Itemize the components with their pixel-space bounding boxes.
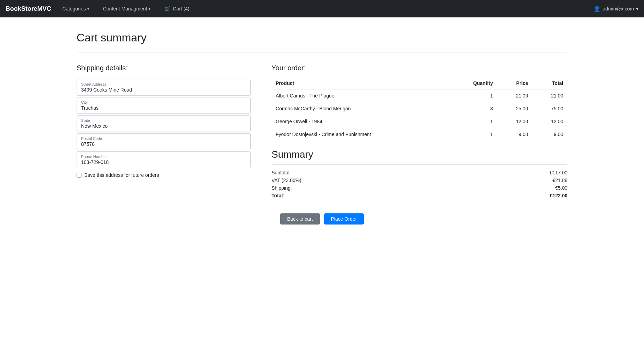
cart-label: Cart (4) — [173, 6, 189, 11]
order-table: Product Quantity Price Total Albert Camu… — [272, 78, 567, 141]
save-address-checkbox[interactable] — [77, 173, 81, 178]
total-label: Total: — [272, 193, 284, 198]
order-total-1: 75.00 — [532, 102, 567, 115]
order-total-2: 12.00 — [532, 115, 567, 128]
order-product-1: Cormac McCarthy - Blood Merigan — [272, 102, 449, 115]
order-quantity-0: 1 — [449, 89, 497, 102]
order-title: Your order: — [272, 64, 567, 72]
shipping-label: Shipping: — [272, 185, 292, 191]
cart-icon: 🛒 — [164, 6, 170, 11]
place-order-button[interactable]: Place Order — [324, 213, 364, 225]
order-total-3: 9.00 — [532, 128, 567, 141]
city-label: City — [81, 100, 246, 104]
buttons-row: Back to cart Place Order — [77, 213, 567, 225]
summary-vat-row: VAT (23.00%): €21.88 — [272, 176, 567, 184]
col-total: Total — [532, 78, 567, 89]
subtotal-value: €117.00 — [550, 170, 567, 175]
order-price-0: 21.00 — [497, 89, 532, 102]
order-price-1: 25.00 — [497, 102, 532, 115]
phone-number-value: 103-729-018 — [81, 159, 246, 165]
city-value: Truchas — [81, 105, 246, 111]
shipping-title: Shipping details: — [77, 64, 251, 72]
postal-code-field[interactable]: Postal Code 87578 — [77, 133, 251, 150]
order-table-row: Albert Camus - The Plague121.0021.00 — [272, 89, 567, 102]
save-address-label: Save this address for future orders — [84, 172, 159, 178]
user-email: admin@x.com — [603, 6, 634, 11]
summary-divider — [272, 164, 567, 165]
content-management-label: Content Managment — [103, 6, 147, 11]
page-divider — [77, 53, 567, 53]
categories-caret-icon: ▾ — [87, 7, 89, 11]
vat-value: €21.88 — [552, 178, 567, 183]
order-section: Your order: Product Quantity Price Total… — [272, 64, 567, 199]
state-field[interactable]: State New Mexico — [77, 115, 251, 132]
state-value: New Mexico — [81, 123, 246, 129]
street-address-label: Street Address — [81, 82, 246, 86]
col-price: Price — [497, 78, 532, 89]
save-address-row: Save this address for future orders — [77, 172, 251, 178]
state-label: State — [81, 118, 246, 123]
navbar-brand[interactable]: BookStoreMVC — [6, 5, 51, 13]
main-content: Cart summary Shipping details: Street Ad… — [0, 17, 644, 238]
summary-title: Summary — [272, 149, 567, 160]
order-quantity-1: 3 — [449, 102, 497, 115]
state-group: State New Mexico — [77, 115, 251, 132]
navbar-left: BookStoreMVC Categories ▾ Content Managm… — [6, 5, 192, 13]
order-table-row: Cormac McCarthy - Blood Merigan325.0075.… — [272, 102, 567, 115]
categories-label: Categories — [62, 6, 86, 11]
order-quantity-2: 1 — [449, 115, 497, 128]
phone-number-group: Phone Number 103-729-018 — [77, 151, 251, 168]
page-title: Cart summary — [77, 31, 567, 44]
col-quantity: Quantity — [449, 78, 497, 89]
navbar: BookStoreMVC Categories ▾ Content Managm… — [0, 0, 644, 17]
order-price-3: 9.00 — [497, 128, 532, 141]
order-price-2: 12.00 — [497, 115, 532, 128]
city-field[interactable]: City Truchas — [77, 97, 251, 114]
postal-code-group: Postal Code 87578 — [77, 133, 251, 150]
content-management-caret-icon: ▾ — [149, 7, 150, 11]
street-address-field[interactable]: Street Address 3409 Cooks Mine Road — [77, 79, 251, 96]
content-row: Shipping details: Street Address 3409 Co… — [77, 64, 567, 199]
phone-number-label: Phone Number — [81, 155, 246, 159]
user-caret-icon: ▾ — [636, 6, 638, 11]
order-table-row: Fyodor Dostojevski - Crime and Punishmen… — [272, 128, 567, 141]
order-total-0: 21.00 — [532, 89, 567, 102]
subtotal-label: Subtotal: — [272, 170, 291, 175]
nav-item-cart[interactable]: 🛒 Cart (4) — [162, 5, 192, 13]
summary-shipping-row: Shipping: €5.00 — [272, 184, 567, 192]
shipping-section: Shipping details: Street Address 3409 Co… — [77, 64, 251, 199]
order-quantity-3: 1 — [449, 128, 497, 141]
shipping-value: €5.00 — [555, 185, 567, 191]
phone-number-field[interactable]: Phone Number 103-729-018 — [77, 151, 251, 168]
summary-total-row: Total: €122.00 — [272, 192, 567, 199]
order-product-0: Albert Camus - The Plague — [272, 89, 449, 102]
postal-code-label: Postal Code — [81, 136, 246, 141]
street-address-value: 3409 Cooks Mine Road — [81, 87, 246, 93]
city-group: City Truchas — [77, 97, 251, 114]
order-product-3: Fyodor Dostojevski - Crime and Punishmen… — [272, 128, 449, 141]
order-table-row: George Orwell - 1984112.0012.00 — [272, 115, 567, 128]
summary-subtotal-row: Subtotal: €117.00 — [272, 169, 567, 176]
vat-label: VAT (23.00%): — [272, 178, 303, 183]
back-to-cart-button[interactable]: Back to cart — [280, 213, 320, 225]
order-table-header: Product Quantity Price Total — [272, 78, 567, 89]
user-icon: 👤 — [594, 6, 600, 12]
navbar-user[interactable]: 👤 admin@x.com ▾ — [594, 6, 638, 12]
col-product: Product — [272, 78, 449, 89]
postal-code-value: 87578 — [81, 141, 246, 147]
street-address-group: Street Address 3409 Cooks Mine Road — [77, 79, 251, 96]
total-value: €122.00 — [550, 193, 567, 198]
nav-item-content-management[interactable]: Content Managment ▾ — [100, 5, 153, 13]
nav-item-categories[interactable]: Categories ▾ — [60, 5, 92, 13]
order-product-2: George Orwell - 1984 — [272, 115, 449, 128]
